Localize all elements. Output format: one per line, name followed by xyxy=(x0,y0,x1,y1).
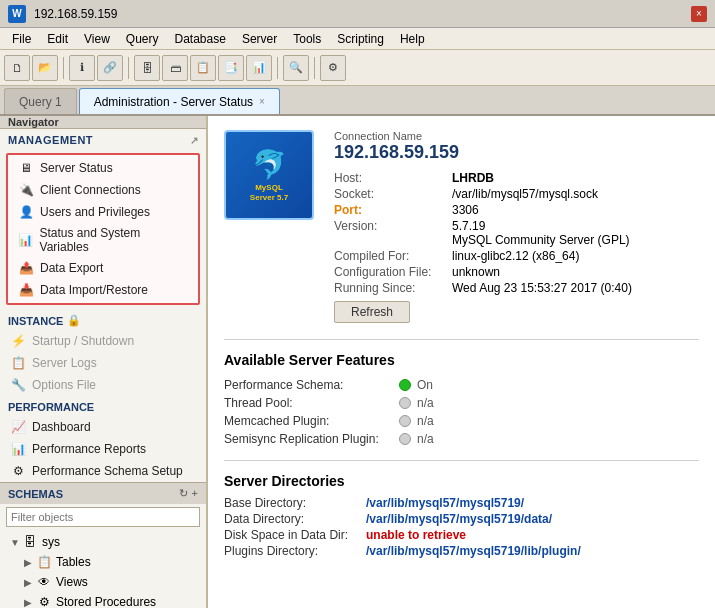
toolbar-open[interactable]: 📂 xyxy=(32,55,58,81)
management-box: 🖥 Server Status 🔌 Client Connections 👤 U… xyxy=(6,153,200,305)
nav-data-export[interactable]: 📤 Data Export xyxy=(8,257,198,279)
nav-data-import[interactable]: 📥 Data Import/Restore xyxy=(8,279,198,301)
tables-icon: 📋 xyxy=(36,554,52,570)
connection-info: Connection Name 192.168.59.159 Host: LHR… xyxy=(334,130,699,323)
nav-performance-reports[interactable]: 📊 Performance Reports xyxy=(0,438,206,460)
nav-startup-shutdown[interactable]: ⚡ Startup / Shutdown xyxy=(0,330,206,352)
menu-view[interactable]: View xyxy=(76,30,118,48)
toolbar-db4[interactable]: 📑 xyxy=(218,55,244,81)
menu-edit[interactable]: Edit xyxy=(39,30,76,48)
features-section: Available Server Features Performance Sc… xyxy=(208,346,715,454)
dir-disk: Disk Space in Data Dir: unable to retrie… xyxy=(224,527,699,543)
toolbar-db3[interactable]: 📋 xyxy=(190,55,216,81)
port-val: 3306 xyxy=(452,203,699,217)
compiled-val: linux-glibc2.12 (x86_64) xyxy=(452,249,699,263)
menu-scripting[interactable]: Scripting xyxy=(329,30,392,48)
procedures-icon: ⚙ xyxy=(36,594,52,608)
nav-server-logs[interactable]: 📋 Server Logs xyxy=(0,352,206,374)
feature-thread-pool: Thread Pool: n/a xyxy=(224,394,699,412)
server-status-icon: 🖥 xyxy=(18,160,34,176)
startup-icon: ⚡ xyxy=(10,333,26,349)
divider-features xyxy=(224,339,699,340)
dir-plugins: Plugins Directory: /var/lib/mysql57/mysq… xyxy=(224,543,699,559)
running-key: Running Since: xyxy=(334,281,444,295)
instance-lock-icon: 🔒 xyxy=(67,314,81,327)
refresh-button[interactable]: Refresh xyxy=(334,301,410,323)
config-val: unknown xyxy=(452,265,699,279)
version-val: 5.7.19 MySQL Community Server (GPL) xyxy=(452,219,699,247)
divider-dirs xyxy=(224,460,699,461)
views-icon: 👁 xyxy=(36,574,52,590)
dashboard-icon: 📈 xyxy=(10,419,26,435)
toolbar-connect[interactable]: 🔗 xyxy=(97,55,123,81)
schema-tree: ▼ 🗄 sys ▶ 📋 Tables ▶ 👁 Views xyxy=(0,530,206,608)
connection-name-label: Connection Name xyxy=(334,130,699,142)
features-title: Available Server Features xyxy=(224,352,699,368)
port-key: Port: xyxy=(334,203,444,217)
toolbar-sep4 xyxy=(314,57,315,79)
schema-search xyxy=(6,507,200,527)
tree-tables[interactable]: ▶ 📋 Tables xyxy=(18,552,202,572)
thread-pool-indicator xyxy=(399,397,411,409)
menu-query[interactable]: Query xyxy=(118,30,167,48)
semisync-indicator xyxy=(399,433,411,445)
nav-client-connections[interactable]: 🔌 Client Connections xyxy=(8,179,198,201)
nav-options-file[interactable]: 🔧 Options File xyxy=(0,374,206,396)
toolbar-db1[interactable]: 🗄 xyxy=(134,55,160,81)
users-icon: 👤 xyxy=(18,204,34,220)
dolphin-icon: 🐬 xyxy=(252,148,287,181)
tree-arrow-sys: ▼ xyxy=(10,537,22,548)
toolbar-sep1 xyxy=(63,57,64,79)
tab-query1[interactable]: Query 1 xyxy=(4,88,77,114)
tabs-bar: Query 1 Administration - Server Status × xyxy=(0,86,715,116)
nav-dashboard[interactable]: 📈 Dashboard xyxy=(0,416,206,438)
connection-details: Host: LHRDB Socket: /var/lib/mysql57/mys… xyxy=(334,171,699,295)
toolbar-sep2 xyxy=(128,57,129,79)
performance-section: PERFORMANCE 📈 Dashboard 📊 Performance Re… xyxy=(0,396,206,482)
dirs-section: Server Directories Base Directory: /var/… xyxy=(208,467,715,565)
app-icon: W xyxy=(8,5,26,23)
toolbar-db2[interactable]: 🗃 xyxy=(162,55,188,81)
data-import-icon: 📥 xyxy=(18,282,34,298)
connection-name-value: 192.168.59.159 xyxy=(334,142,699,163)
menu-help[interactable]: Help xyxy=(392,30,433,48)
menu-file[interactable]: File xyxy=(4,30,39,48)
nav-status-vars[interactable]: 📊 Status and System Variables xyxy=(8,223,198,257)
nav-users-privileges[interactable]: 👤 Users and Privileges xyxy=(8,201,198,223)
tab-close-icon[interactable]: × xyxy=(259,96,265,107)
instance-section: INSTANCE 🔒 ⚡ Startup / Shutdown 📋 Server… xyxy=(0,309,206,396)
menu-bar: File Edit View Query Database Server Too… xyxy=(0,28,715,50)
nav-performance-schema[interactable]: ⚙ Performance Schema Setup xyxy=(0,460,206,482)
toolbar-info[interactable]: ℹ xyxy=(69,55,95,81)
sys-children: ▶ 📋 Tables ▶ 👁 Views ▶ ⚙ Stored Procedur… xyxy=(4,552,202,608)
performance-header: PERFORMANCE xyxy=(0,396,206,416)
schema-add-icon[interactable]: + xyxy=(192,487,198,500)
version-key: Version: xyxy=(334,219,444,247)
schema-refresh-icon[interactable]: ↻ xyxy=(179,487,188,500)
close-button[interactable]: × xyxy=(691,6,707,22)
menu-database[interactable]: Database xyxy=(167,30,234,48)
schema-search-input[interactable] xyxy=(6,507,200,527)
management-section: MANAGEMENT ↗ 🖥 Server Status 🔌 Client Co… xyxy=(0,129,206,309)
tree-stored-procedures[interactable]: ▶ ⚙ Stored Procedures xyxy=(18,592,202,608)
socket-val: /var/lib/mysql57/mysql.sock xyxy=(452,187,699,201)
menu-tools[interactable]: Tools xyxy=(285,30,329,48)
tree-sys[interactable]: ▼ 🗄 sys xyxy=(4,532,202,552)
server-logs-icon: 📋 xyxy=(10,355,26,371)
nav-server-status[interactable]: 🖥 Server Status xyxy=(8,157,198,179)
toolbar-new[interactable]: 🗋 xyxy=(4,55,30,81)
tree-arrow-tables: ▶ xyxy=(24,557,36,568)
config-key: Configuration File: xyxy=(334,265,444,279)
toolbar-search[interactable]: 🔍 xyxy=(283,55,309,81)
host-val: LHRDB xyxy=(452,171,699,185)
toolbar-settings[interactable]: ⚙ xyxy=(320,55,346,81)
dir-base: Base Directory: /var/lib/mysql57/mysql57… xyxy=(224,495,699,511)
management-expand-icon[interactable]: ↗ xyxy=(190,135,199,146)
data-export-icon: 📤 xyxy=(18,260,34,276)
tab-admin-server-status[interactable]: Administration - Server Status × xyxy=(79,88,280,114)
dirs-title: Server Directories xyxy=(224,473,699,489)
toolbar-db5[interactable]: 📊 xyxy=(246,55,272,81)
tree-arrow-procs: ▶ xyxy=(24,597,36,608)
tree-views[interactable]: ▶ 👁 Views xyxy=(18,572,202,592)
menu-server[interactable]: Server xyxy=(234,30,285,48)
